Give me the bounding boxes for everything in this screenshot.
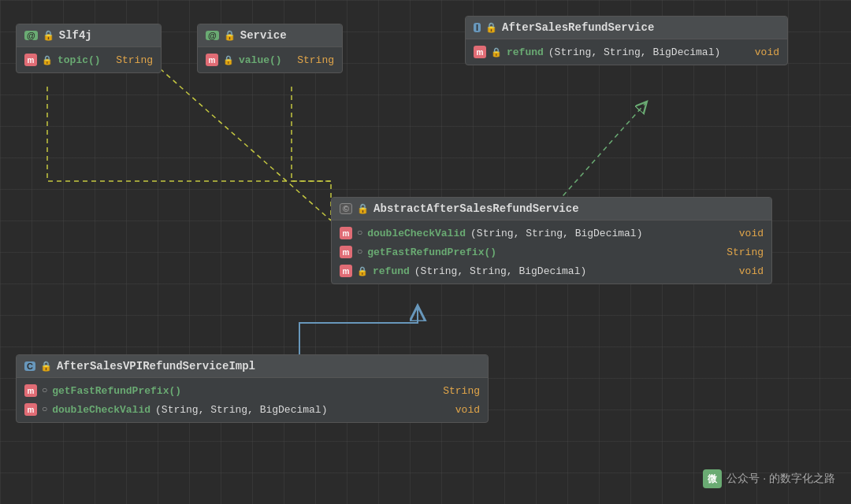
method-icon-m: m — [24, 403, 37, 416]
return-type: void — [448, 404, 480, 416]
slf4j-annotation-icon: @ — [24, 31, 38, 40]
slf4j-method-topic: m 🔒 topic() String — [17, 50, 161, 69]
visibility-icon: 🔒 — [485, 22, 497, 34]
method-name: topic() — [58, 54, 101, 66]
visibility-icon: 🔒 — [223, 55, 234, 65]
double-check-valid-impl-method: m ○ doubleCheckValid (String, String, Bi… — [17, 400, 488, 419]
method-name: value() — [239, 54, 282, 66]
method-name: refund — [373, 265, 410, 277]
watermark: 微 公众号 · 的数字化之路 — [703, 469, 835, 488]
after-sales-vpi-impl-title: AfterSalesVPIRefundServiceImpl — [57, 360, 255, 372]
return-type: String — [719, 246, 764, 258]
after-sales-refund-service-header: I 🔒 AfterSalesRefundService — [466, 17, 787, 39]
service-box: @ 🔒 Service m 🔒 value() String — [197, 24, 343, 73]
refund-method: m 🔒 refund (String, String, BigDecimal) … — [466, 43, 787, 61]
return-type: String — [435, 385, 480, 397]
service-annotation-icon: @ — [206, 31, 219, 40]
service-method-value: m 🔒 value() String — [198, 50, 342, 69]
visibility-icon: ○ — [42, 385, 47, 396]
refund-method-abstract: m 🔒 refund (String, String, BigDecimal) … — [332, 261, 771, 280]
svg-line-3 — [552, 102, 646, 209]
abstract-service-body: m ○ doubleCheckValid (String, String, Bi… — [332, 220, 771, 284]
method-name: doubleCheckValid — [367, 228, 466, 239]
method-icon-m: m — [474, 46, 486, 58]
get-fast-refund-prefix-impl-method: m ○ getFastRefundPrefix() String — [17, 381, 488, 400]
method-name: getFastRefundPrefix() — [52, 385, 181, 397]
visibility-icon: 🔒 — [357, 203, 369, 215]
class-icon: C — [24, 361, 35, 371]
after-sales-vpi-impl-body: m ○ getFastRefundPrefix() String m ○ dou… — [17, 378, 488, 422]
watermark-icon: 微 — [703, 469, 722, 488]
visibility-icon: 🔒 — [357, 266, 368, 276]
method-params: (String, String, BigDecimal) — [548, 46, 720, 58]
return-type: void — [731, 228, 764, 239]
double-check-valid-method: m ○ doubleCheckValid (String, String, Bi… — [332, 224, 771, 243]
visibility-icon: 🔒 — [40, 361, 52, 372]
service-title: Service — [240, 29, 287, 42]
method-icon-m: m — [340, 265, 352, 277]
abstract-class-icon: © — [340, 203, 352, 214]
after-sales-refund-service-box: I 🔒 AfterSalesRefundService m 🔒 refund (… — [465, 16, 788, 65]
svg-line-2 — [154, 63, 331, 220]
after-sales-refund-service-body: m 🔒 refund (String, String, BigDecimal) … — [466, 39, 787, 65]
service-body: m 🔒 value() String — [198, 47, 342, 72]
slf4j-visibility-icon: 🔒 — [43, 30, 54, 42]
slf4j-header: @ 🔒 Slf4j — [17, 24, 161, 47]
visibility-icon: ○ — [42, 404, 47, 415]
method-icon-m: m — [340, 246, 352, 258]
visibility-icon: 🔒 — [42, 55, 53, 65]
method-name: refund — [507, 46, 544, 58]
after-sales-vpi-impl-box: C 🔒 AfterSalesVPIRefundServiceImpl m ○ g… — [16, 354, 489, 423]
visibility-icon: 🔒 — [491, 47, 502, 57]
abstract-service-header: © 🔒 AbstractAfterSalesRefundService — [332, 198, 771, 220]
method-name: doubleCheckValid — [52, 404, 151, 416]
method-icon-m: m — [24, 54, 37, 66]
slf4j-body: m 🔒 topic() String — [17, 47, 161, 72]
after-sales-refund-service-title: AfterSalesRefundService — [502, 21, 654, 34]
visibility-icon: ○ — [357, 246, 362, 258]
interface-icon: I — [474, 23, 481, 32]
method-params: (String, String, BigDecimal) — [414, 265, 586, 277]
watermark-text: 公众号 · 的数字化之路 — [727, 472, 835, 486]
method-params: (String, String, BigDecimal) — [155, 404, 327, 416]
abstract-service-title: AbstractAfterSalesRefundService — [373, 202, 578, 215]
method-icon-m: m — [340, 227, 352, 239]
service-visibility-icon: 🔒 — [224, 30, 236, 42]
return-type: String — [289, 54, 334, 66]
method-icon-m: m — [206, 54, 218, 66]
method-name: getFastRefundPrefix() — [367, 246, 496, 258]
return-type: void — [731, 265, 764, 277]
get-fast-refund-prefix-method: m ○ getFastRefundPrefix() String — [332, 243, 771, 261]
after-sales-vpi-impl-header: C 🔒 AfterSalesVPIRefundServiceImpl — [17, 355, 488, 378]
service-header: @ 🔒 Service — [198, 24, 342, 47]
method-icon-m: m — [24, 384, 37, 397]
method-params: (String, String, BigDecimal) — [470, 228, 642, 239]
abstract-service-box: © 🔒 AbstractAfterSalesRefundService m ○ … — [331, 197, 772, 284]
return-type: void — [747, 46, 779, 58]
visibility-icon: ○ — [357, 228, 362, 239]
slf4j-box: @ 🔒 Slf4j m 🔒 topic() String — [16, 24, 162, 73]
slf4j-title: Slf4j — [59, 29, 92, 42]
return-type: String — [108, 54, 153, 66]
